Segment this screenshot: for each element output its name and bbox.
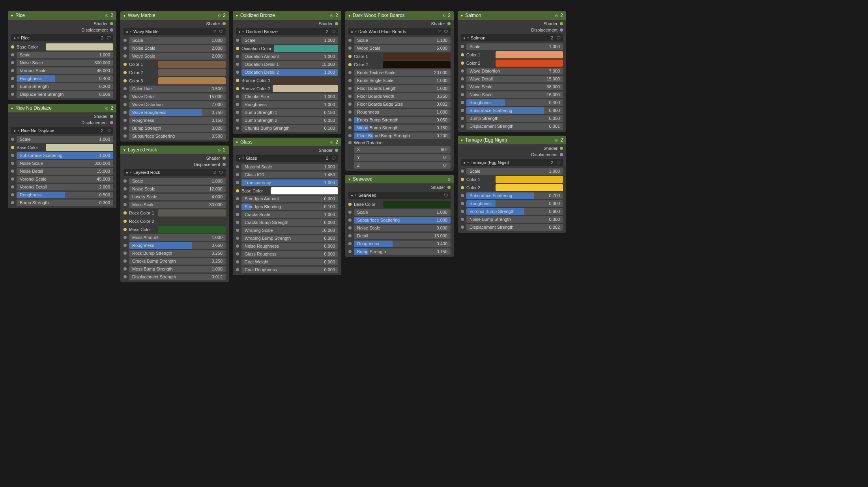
value-slider[interactable]: Roughness0.400 bbox=[466, 99, 563, 106]
value-slider[interactable]: Roughness0.300 bbox=[466, 200, 563, 207]
value-slider[interactable]: Roughness0.150 bbox=[129, 117, 226, 124]
value-slider[interactable]: Noise Scale3.000 bbox=[354, 225, 451, 231]
value-slider[interactable]: Bump Strength0.050 bbox=[466, 115, 563, 122]
shield-icon[interactable]: 🛡 bbox=[107, 128, 111, 133]
value-slider[interactable]: Floor Board Bump Strength0.200 bbox=[354, 132, 451, 139]
panel-header[interactable]: ▾Seaweed⎋ bbox=[345, 175, 454, 183]
dropdown-icon[interactable]: ▾ bbox=[17, 129, 19, 132]
value-slider[interactable]: Rock Bump Strength0.250 bbox=[129, 250, 226, 257]
value-slider[interactable]: Moss Scale30.000 bbox=[129, 202, 226, 208]
value-slider[interactable]: Noise Roughness0.000 bbox=[241, 243, 338, 250]
value-slider[interactable]: Bump Strength 10.150 bbox=[241, 109, 338, 116]
dropdown-icon[interactable]: ▾ bbox=[242, 30, 244, 34]
node-panel[interactable]: ▾Tamago (Egg Nigiri)⎋2ShaderDisplacement… bbox=[458, 136, 566, 233]
panel-header[interactable]: ▾Tamago (Egg Nigiri)⎋2 bbox=[458, 136, 566, 144]
panel-header[interactable]: ▾Glass⎋2 bbox=[233, 138, 341, 146]
value-slider[interactable]: Knots Bump Strength0.050 bbox=[354, 117, 451, 123]
value-slider[interactable]: Roughness0.650 bbox=[129, 242, 226, 249]
value-slider[interactable]: Smudges Amount0.000 bbox=[241, 196, 338, 202]
value-slider[interactable]: Scale1.000 bbox=[466, 168, 563, 175]
node-panel[interactable]: ▾Rice⎋2ShaderDisplacement●▾Rice2🛡Base Co… bbox=[8, 11, 116, 100]
value-slider[interactable]: Bump Strength0.300 bbox=[17, 200, 113, 206]
value-slider[interactable]: Scale1.000 bbox=[129, 37, 226, 44]
material-name-field[interactable]: ●▾Rice No Displace2🛡 bbox=[11, 127, 113, 134]
value-slider[interactable]: Glass IOR1.450 bbox=[241, 172, 338, 178]
node-options-icon[interactable]: ⎋ bbox=[330, 140, 333, 144]
dropdown-icon[interactable]: ▾ bbox=[355, 193, 357, 197]
value-slider[interactable]: Noise Detail15.000 bbox=[17, 168, 113, 175]
value-slider[interactable]: Displacement Strength0.001 bbox=[466, 123, 563, 130]
color-swatch[interactable] bbox=[383, 53, 451, 60]
value-slider[interactable]: Subsurface Scattering0.700 bbox=[466, 192, 563, 199]
value-slider[interactable]: Roughness0.400 bbox=[354, 241, 451, 247]
node-options-icon[interactable]: ⎋ bbox=[105, 106, 108, 110]
node-options-icon[interactable]: ⎋ bbox=[105, 13, 108, 18]
value-slider[interactable]: Color Hue0.500 bbox=[129, 86, 226, 92]
shield-icon[interactable]: 🛡 bbox=[219, 29, 223, 34]
value-slider[interactable]: Subsurface Scattering0.800 bbox=[466, 107, 563, 114]
node-panel[interactable]: ▾Salmon⎋2ShaderDisplacement●▾Salmon2🛡Sca… bbox=[458, 11, 566, 132]
material-name-field[interactable]: ●▾Wavy Marble2🛡 bbox=[123, 28, 226, 35]
output-socket[interactable]: Shader bbox=[458, 21, 566, 27]
value-slider[interactable]: Chunks Bump Strength0.100 bbox=[241, 125, 338, 132]
value-slider[interactable]: Transparency1.000 bbox=[241, 179, 338, 186]
node-options-icon[interactable]: ⎋ bbox=[330, 13, 333, 18]
value-slider[interactable]: Coat Roughness0.000 bbox=[241, 267, 338, 273]
value-slider[interactable]: Noise Scale12.000 bbox=[129, 186, 226, 192]
value-slider[interactable]: Floor Boards Length1.000 bbox=[354, 85, 451, 92]
panel-header[interactable]: ▾Wavy Marble⎋2 bbox=[120, 11, 229, 20]
material-name-field[interactable]: ●▾Seaweed🛡 bbox=[348, 192, 451, 199]
user-count[interactable]: 2 bbox=[212, 29, 217, 34]
output-socket[interactable]: Displacement bbox=[458, 151, 566, 158]
value-slider[interactable]: Noise Scale300.000 bbox=[17, 60, 113, 66]
dropdown-icon[interactable]: ▾ bbox=[355, 30, 357, 34]
value-slider[interactable]: X90° bbox=[354, 146, 451, 153]
value-slider[interactable]: Roughness0.400 bbox=[17, 75, 113, 82]
node-panel[interactable]: ▾Seaweed⎋Shader●▾Seaweed🛡Base ColorScale… bbox=[345, 175, 454, 257]
material-name-field[interactable]: ●▾Layered Rock2🛡 bbox=[123, 169, 226, 176]
value-slider[interactable]: Oxidation Detail 21.000 bbox=[241, 69, 338, 76]
value-slider[interactable]: Roughness0.500 bbox=[17, 192, 113, 198]
panel-header[interactable]: ▾Layered Rock⎋2 bbox=[120, 146, 229, 154]
value-slider[interactable]: Displacement Strength0.012 bbox=[129, 274, 226, 280]
panel-header[interactable]: ▾Rice⎋2 bbox=[8, 11, 116, 20]
value-slider[interactable]: Cracks Bump Strength0.000 bbox=[241, 219, 338, 226]
output-socket[interactable]: Shader bbox=[120, 21, 229, 27]
shield-icon[interactable]: 🛡 bbox=[107, 35, 111, 40]
value-slider[interactable]: Wave Scale38.000 bbox=[466, 84, 563, 90]
dropdown-icon[interactable]: ▾ bbox=[467, 36, 469, 40]
value-slider[interactable]: Material Scale1.000 bbox=[241, 164, 338, 170]
value-slider[interactable]: Subsurface Scattering1.000 bbox=[354, 217, 451, 224]
value-slider[interactable]: Subsurface Scattering0.500 bbox=[129, 133, 226, 140]
value-slider[interactable]: Wraping Bump Strength0.000 bbox=[241, 235, 338, 242]
material-name-field[interactable]: ●▾Salmon2🛡 bbox=[461, 34, 563, 41]
node-options-icon[interactable]: ⎋ bbox=[218, 13, 221, 18]
value-slider[interactable]: Roughness1.000 bbox=[354, 109, 451, 116]
node-options-icon[interactable]: ⎋ bbox=[448, 177, 451, 181]
color-swatch[interactable] bbox=[496, 184, 563, 191]
value-slider[interactable]: Moss Bump Strength1.000 bbox=[129, 266, 226, 272]
value-slider[interactable]: Noise Bump Strength0.300 bbox=[466, 216, 563, 223]
node-panel[interactable]: ▾Wavy Marble⎋2Shader●▾Wavy Marble2🛡Scale… bbox=[120, 11, 229, 142]
output-socket[interactable]: Shader bbox=[345, 184, 454, 190]
shield-icon[interactable]: 🛡 bbox=[556, 35, 561, 40]
value-slider[interactable]: Wave Scale2.000 bbox=[129, 53, 226, 60]
value-slider[interactable]: Knots Single Scale1.000 bbox=[354, 77, 451, 84]
value-slider[interactable]: Scale1.000 bbox=[354, 209, 451, 216]
color-swatch[interactable] bbox=[383, 201, 451, 208]
output-socket[interactable]: Displacement bbox=[120, 161, 229, 168]
color-swatch[interactable] bbox=[158, 226, 226, 233]
value-slider[interactable]: Wave Distortion7.000 bbox=[129, 101, 226, 108]
output-socket[interactable]: Shader bbox=[8, 21, 116, 27]
value-slider[interactable]: Bump Strength0.200 bbox=[17, 83, 113, 90]
color-swatch[interactable] bbox=[271, 187, 338, 194]
node-panel[interactable]: ▾Rice No Displace⎋2ShaderDisplacement●▾R… bbox=[8, 104, 116, 208]
value-slider[interactable]: Wraping Scale10.000 bbox=[241, 227, 338, 234]
node-options-icon[interactable]: ⎋ bbox=[443, 13, 445, 18]
color-swatch[interactable] bbox=[158, 209, 226, 216]
color-swatch[interactable] bbox=[383, 61, 451, 68]
dropdown-icon[interactable]: ▾ bbox=[467, 160, 469, 164]
material-name-field[interactable]: ●▾Glass2🛡 bbox=[236, 155, 338, 162]
user-count[interactable]: 2 bbox=[549, 35, 555, 40]
value-slider[interactable]: Scale1.000 bbox=[17, 52, 113, 58]
